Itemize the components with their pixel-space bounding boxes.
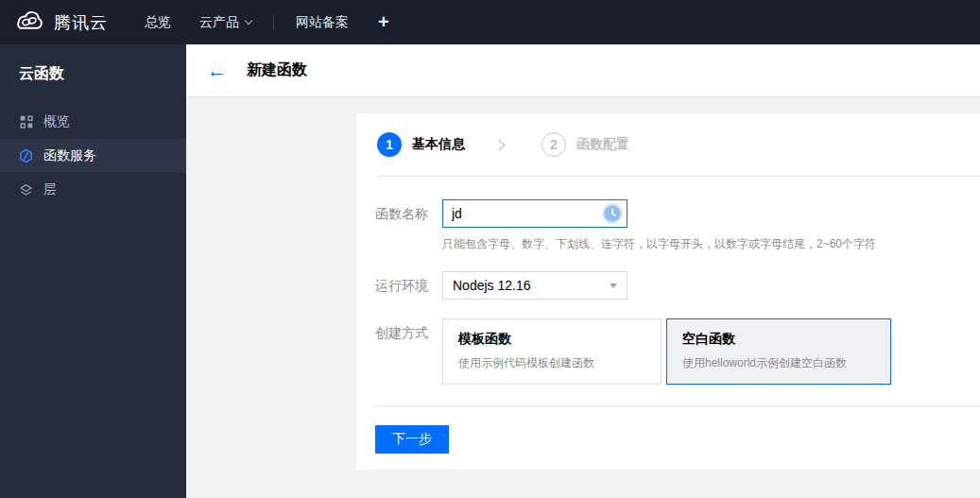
step-2-label: 函数配置 [576,136,629,153]
brand-name: 腾讯云 [54,11,108,34]
chevron-down-icon [245,16,252,24]
scf-hexagon-icon [19,149,33,163]
sidebar-item-layers[interactable]: 层 [0,173,186,207]
next-step-button[interactable]: 下一步 [375,425,449,454]
sidebar-title: 云函数 [0,44,186,105]
topbar-divider [273,15,274,30]
arrow-left-icon[interactable]: ← [207,60,227,80]
method-card-template-function[interactable]: 模板函数 使用示例代码模板创建函数 [442,318,662,385]
method-card-desc: 使用示例代码模板创建函数 [458,355,645,371]
sidebar-item-label: 概览 [43,113,70,130]
nav-item-beian[interactable]: 网站备案 [282,0,363,44]
step-indicator: 1 基本信息 2 函数配置 [356,113,980,176]
top-bar: 腾讯云 总览 云产品 网站备案 + [0,0,980,44]
footer-divider [375,405,980,406]
content-area: 1 基本信息 2 函数配置 函数名称 [186,97,980,497]
function-name-label: 函数名称 [375,199,442,252]
page-header: ← 新建函数 [186,44,980,97]
nav-products-label: 云产品 [199,14,239,31]
sidebar-item-overview[interactable]: 概览 [0,105,186,139]
sidebar-item-function-service[interactable]: 函数服务 [0,139,186,173]
runtime-label: 运行环境 [375,271,442,300]
step-2-circle: 2 [542,132,566,157]
add-tab-button[interactable]: + [363,11,404,33]
brand-logo[interactable]: 腾讯云 [0,9,108,36]
top-nav: 总览 云产品 网站备案 + [130,0,404,44]
layers-icon [19,183,33,197]
function-name-row: 函数名称 只能包含字母、数字、 [375,199,980,252]
main-area: ← 新建函数 1 基本信息 2 函数配置 函数名称 [186,44,980,498]
page-title: 新建函数 [247,60,307,80]
method-card-desc: 使用helloworld示例创建空白函数 [682,355,875,371]
nav-item-overview[interactable]: 总览 [130,0,185,44]
clock-icon [601,202,624,225]
runtime-select[interactable]: Nodejs 12.16 [442,271,628,300]
creation-method-label: 创建方式 [375,318,442,385]
runtime-select-value: Nodejs 12.16 [453,278,531,293]
sidebar-item-label: 函数服务 [43,147,96,164]
method-card-blank-function[interactable]: 空白函数 使用helloworld示例创建空白函数 [666,318,891,385]
function-name-input[interactable] [442,199,628,228]
nav-overview-label: 总览 [145,14,171,31]
function-name-help: 只能包含字母、数字、下划线、连字符，以字母开头，以数字或字母结尾，2~60个字符 [442,236,876,252]
step-1-circle: 1 [377,132,402,157]
function-name-input-wrap [442,199,628,228]
chevron-right-icon [493,139,506,151]
step-1-label: 基本信息 [412,136,465,153]
method-card-title: 模板函数 [458,331,645,348]
nav-item-products[interactable]: 云产品 [185,0,266,44]
runtime-row: 运行环境 Nodejs 12.16 [375,271,980,300]
caret-down-icon [610,283,617,288]
sidebar: 云函数 概览 函数服务 层 [0,44,186,498]
grid-icon [19,115,33,129]
creation-method-row: 创建方式 模板函数 使用示例代码模板创建函数 空白函数 使用helloworld… [375,318,980,385]
cloud-icon [13,9,45,36]
sidebar-item-label: 层 [43,181,57,198]
create-function-card: 1 基本信息 2 函数配置 函数名称 [356,113,980,470]
basic-info-form: 函数名称 只能包含字母、数字、 [356,177,980,385]
creation-method-options: 模板函数 使用示例代码模板创建函数 空白函数 使用helloworld示例创建空… [442,318,891,385]
method-card-title: 空白函数 [682,331,875,348]
nav-beian-label: 网站备案 [296,14,349,31]
